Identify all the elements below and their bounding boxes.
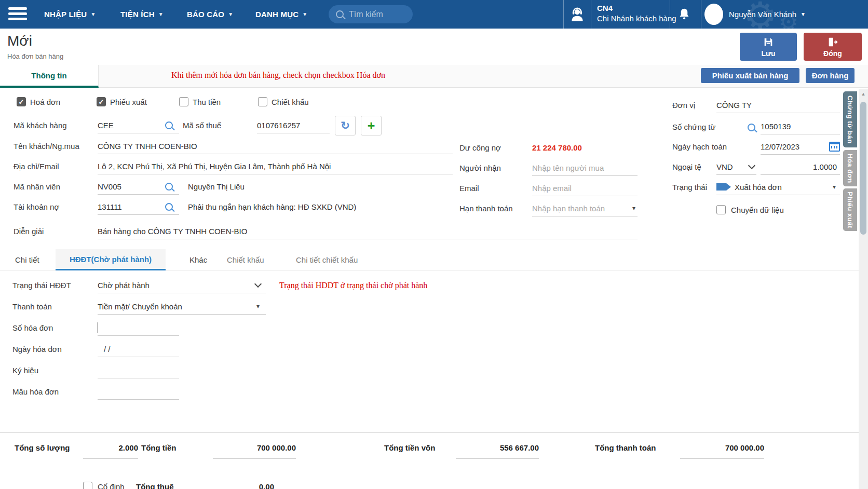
nav-menu-tien-ich[interactable]: TIỆN ÍCH ▼	[120, 0, 164, 29]
currency-label: Ngoại tệ	[672, 162, 701, 171]
total-payment-label: Tổng thanh toán	[595, 443, 656, 452]
doc-no-field[interactable]: 1050139	[761, 118, 840, 134]
lookup-magnifier-icon[interactable]	[165, 183, 173, 191]
nav-menu-bao-cao[interactable]: BÁO CÁO ▼	[187, 0, 233, 29]
save-button[interactable]: Lưu	[740, 33, 797, 61]
checkbox-chuyen-du-lieu[interactable]	[716, 205, 726, 214]
exchange-rate-value: 1.0000	[813, 162, 837, 171]
employee-code-field[interactable]: NV005	[98, 179, 179, 195]
scrollbar-up-arrow[interactable]: ▲	[859, 91, 868, 97]
subtab-chiet-khau[interactable]: Chiết khấu	[227, 249, 264, 270]
dropdown-caret-icon[interactable]: ▾	[632, 205, 635, 212]
posting-date-label: Ngày hạch toán	[672, 142, 727, 151]
receiver-field[interactable]: Nhập tên người mua	[532, 160, 638, 176]
lookup-magnifier-icon[interactable]	[748, 124, 755, 131]
subtab-hddt[interactable]: HĐĐT(Chờ phát hành)	[56, 249, 166, 270]
due-date-placeholder: Nhập hạn thanh toán	[532, 204, 605, 213]
customer-code-field[interactable]: CEE	[98, 117, 179, 133]
hddt-status-value: Chờ phát hành	[98, 281, 150, 290]
checkbox-chiet-khau[interactable]	[258, 97, 267, 106]
customer-code-value: CEE	[98, 121, 114, 130]
invoice-no-field[interactable]	[98, 320, 179, 336]
phieu-xuat-ban-hang-button[interactable]: Phiếu xuất bán hàng	[701, 68, 799, 83]
refresh-tax-info-button[interactable]: ↻	[335, 116, 356, 135]
invoice-template-label: Mẫu hóa đơn	[12, 387, 59, 396]
checkbox-label-hoa-don: Hoá đơn	[30, 98, 60, 106]
co-dinh-label: Cố định	[98, 482, 125, 489]
invoice-date-field[interactable]: / /	[98, 341, 179, 357]
total-payment-number: 700 000.00	[725, 443, 764, 452]
calendar-icon[interactable]	[829, 142, 840, 152]
scrollbar-thumb[interactable]	[860, 102, 866, 235]
divider	[591, 0, 591, 29]
checkbox-phieu-xuat[interactable]: ✓	[97, 97, 106, 106]
payment-method-select[interactable]: Tiền mặt/ Chuyển khoản ▾	[98, 298, 266, 315]
tax-code-field[interactable]: 0107616257	[257, 117, 330, 133]
due-date-field[interactable]: Nhập hạn thanh toán ▾	[532, 200, 638, 216]
page-subtitle: Hóa đơn bán hàng	[7, 52, 63, 60]
unit-field[interactable]: CÔNG TY	[716, 97, 840, 113]
invoice-template-field[interactable]	[98, 384, 179, 400]
hddt-status-select[interactable]: Chờ phát hành	[98, 277, 266, 293]
check-icon: ✓	[99, 98, 104, 106]
exchange-rate-field[interactable]: 1.0000	[761, 159, 840, 175]
tab-thong-tin[interactable]: Thông tin	[0, 65, 99, 88]
lookup-magnifier-icon[interactable]	[165, 121, 173, 129]
avatar[interactable]	[704, 4, 723, 25]
subtab-label: Chi tiết chiết khấu	[296, 255, 358, 264]
total-payment-value: 700 000.00	[680, 441, 764, 459]
checkbox-thu-tien[interactable]	[179, 97, 188, 106]
bell-icon[interactable]	[677, 7, 691, 21]
debit-account-label: Tài khoản nợ	[13, 202, 59, 211]
save-label: Lưu	[761, 49, 775, 58]
address-field[interactable]: Lô 2, KCN Phú Thị, Xã Phú Thị, Huyện Gia…	[98, 158, 453, 174]
user-menu[interactable]: Nguyễn Văn Khánh ▼	[729, 0, 806, 29]
button-label: Đơn hàng	[812, 71, 849, 80]
don-hang-button[interactable]: Đơn hàng	[806, 68, 855, 83]
tax-code-value: 0107616257	[257, 121, 300, 130]
subtab-chi-tiet[interactable]: Chi tiết	[15, 249, 39, 270]
status-select[interactable]: Xuất hóa đơn ▾	[716, 179, 840, 195]
side-tab-chung-tu-ban[interactable]: Chứng từ bán	[843, 91, 857, 147]
side-tab-hoa-don[interactable]: Hóa đơn	[843, 150, 857, 186]
email-field[interactable]: Nhập email	[532, 180, 638, 196]
doc-no-value: 1050139	[761, 122, 791, 131]
exit-door-icon	[827, 36, 838, 48]
email-label: Email	[459, 184, 479, 193]
total-tax-number: 0.00	[259, 482, 274, 489]
total-qty-value: 2.000	[83, 441, 138, 459]
customer-name-label: Tên khách/Ng.mua	[13, 142, 79, 151]
debit-account-field[interactable]: 131111	[98, 199, 179, 215]
nav-menu-danh-muc[interactable]: DANH MỤC ▼	[255, 0, 307, 29]
support-headset-icon[interactable]	[568, 6, 586, 23]
tax-code-label: Mã số thuế	[183, 121, 221, 130]
description-field[interactable]: Bán hàng cho CÔNG TY TNHH COEN-BIO	[98, 223, 638, 239]
currency-select[interactable]: VND	[716, 159, 756, 175]
add-customer-button[interactable]: +	[361, 116, 382, 135]
lookup-magnifier-icon[interactable]	[165, 203, 173, 211]
chevron-down-icon: ▼	[158, 11, 164, 17]
checkbox-hoa-don[interactable]: ✓	[17, 97, 26, 106]
subtab-label: Khác	[189, 255, 207, 264]
nav-menu-label: BÁO CÁO	[187, 10, 224, 19]
chevron-down-icon: ▼	[302, 11, 307, 17]
chevron-down-icon: ▼	[228, 11, 233, 17]
nav-menu-nhap-lieu[interactable]: NHẬP LIỆU ▼	[44, 0, 96, 29]
customer-name-field[interactable]: CÔNG TY TNHH COEN-BIO	[98, 138, 453, 154]
debt-balance-value: 21 224 780.00	[532, 143, 582, 152]
invoice-symbol-field[interactable]	[98, 362, 179, 378]
total-tax-value: 0.00	[192, 480, 274, 489]
checkbox-co-dinh[interactable]	[83, 482, 92, 489]
close-button[interactable]: Đóng	[804, 33, 862, 61]
subtab-chi-tiet-chiet-khau[interactable]: Chi tiết chiết khấu	[296, 249, 358, 270]
payment-method-label: Thanh toán	[12, 302, 52, 311]
search-input[interactable]: Tìm kiếm	[329, 5, 413, 23]
total-amount-value: 700 000.00	[213, 441, 296, 459]
checkbox-label-thu-tien: Thu tiền	[193, 98, 221, 106]
subtab-label: HĐĐT(Chờ phát hành)	[70, 255, 152, 264]
subtab-khac[interactable]: Khác	[189, 249, 207, 270]
posting-date-field[interactable]: 12/07/2023	[761, 139, 840, 155]
hamburger-menu-icon[interactable]	[8, 7, 27, 21]
invoice-date-label: Ngày hóa đơn	[12, 345, 62, 354]
side-tab-phieu-xuat[interactable]: Phiếu xuất	[843, 188, 857, 231]
